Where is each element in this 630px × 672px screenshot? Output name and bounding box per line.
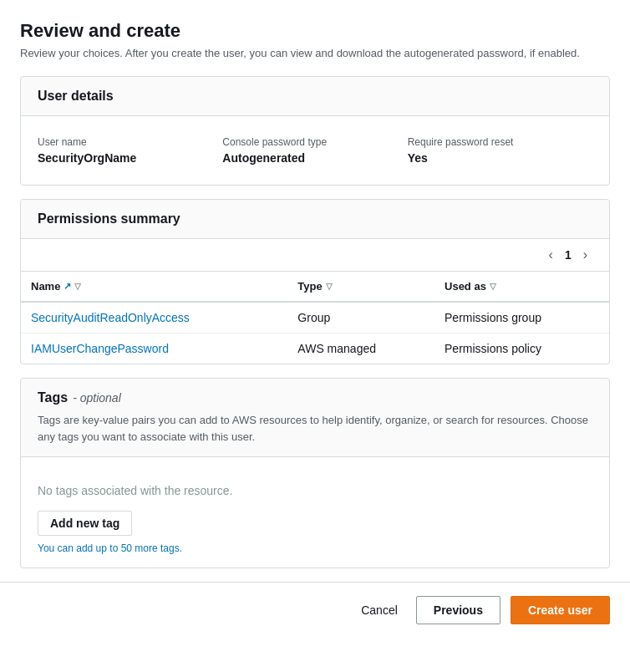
permissions-summary-card: Permissions summary ‹ 1 › Name ↗ ▽ <box>20 199 610 364</box>
permissions-pagination: ‹ 1 › <box>21 239 609 272</box>
col-used-as-label: Used as <box>445 280 486 293</box>
perm-name-link[interactable]: SecurityAuditReadOnlyAccess <box>31 311 190 324</box>
user-details-grid: User name SecurityOrgName Console passwo… <box>38 130 592 171</box>
pagination-prev-button[interactable]: ‹ <box>544 246 558 264</box>
user-details-title: User details <box>38 89 114 103</box>
user-details-card: User details User name SecurityOrgName C… <box>20 76 610 186</box>
tags-card: Tags - optional Tags are key-value pairs… <box>20 378 610 568</box>
username-value: SecurityOrgName <box>38 151 212 165</box>
type-sort-icon[interactable]: ▽ <box>326 282 333 291</box>
permissions-summary-header: Permissions summary <box>21 200 609 239</box>
detail-cell-username: User name SecurityOrgName <box>38 130 222 171</box>
pagination-next-button[interactable]: › <box>578 246 592 264</box>
user-details-body: User name SecurityOrgName Console passwo… <box>21 116 609 185</box>
tags-header-row: Tags - optional <box>38 390 592 405</box>
table-row: SecurityAuditReadOnlyAccess Group Permis… <box>21 302 609 333</box>
detail-cell-password-reset: Require password reset Yes <box>408 130 592 171</box>
col-type-label: Type <box>297 280 322 293</box>
col-name-header: Name ↗ ▽ <box>21 272 287 302</box>
perm-type-cell: AWS managed <box>287 333 434 364</box>
col-name-label: Name <box>31 280 60 293</box>
tags-title: Tags <box>38 390 68 405</box>
table-row: IAMUserChangePassword AWS managed Permis… <box>21 333 609 364</box>
password-reset-label: Require password reset <box>408 136 582 148</box>
used-as-sort-icon[interactable]: ▽ <box>490 282 496 291</box>
col-used-as-header: Used as ▽ <box>434 272 609 302</box>
page-footer: Cancel Previous Create user <box>0 582 630 638</box>
permissions-summary-title: Permissions summary <box>38 211 180 226</box>
perm-used-as-cell: Permissions group <box>434 302 609 333</box>
tags-limit-text: You can add up to 50 more tags. <box>38 542 592 554</box>
page-subtitle: Review your choices. After you create th… <box>20 47 610 59</box>
previous-button[interactable]: Previous <box>416 596 500 624</box>
tags-description: Tags are key-value pairs you can add to … <box>38 412 592 445</box>
password-type-value: Autogenerated <box>222 151 397 165</box>
external-link-icon: ↗ <box>64 281 71 292</box>
user-details-header: User details <box>21 77 609 116</box>
tags-optional-label: - optional <box>73 391 121 405</box>
add-new-tag-button[interactable]: Add new tag <box>38 511 132 536</box>
perm-used-as-cell: Permissions policy <box>434 333 609 364</box>
col-type-header: Type ▽ <box>287 272 434 302</box>
create-user-button[interactable]: Create user <box>511 596 610 624</box>
perm-type-cell: Group <box>287 302 434 333</box>
detail-cell-password-type: Console password type Autogenerated <box>222 130 407 171</box>
cancel-button[interactable]: Cancel <box>353 598 406 622</box>
no-tags-text: No tags associated with the resource. <box>38 484 592 497</box>
name-sort-icon[interactable]: ▽ <box>74 282 81 291</box>
perm-name-cell: SecurityAuditReadOnlyAccess <box>21 302 287 333</box>
password-type-label: Console password type <box>222 136 397 148</box>
perm-name-cell: IAMUserChangePassword <box>21 333 287 364</box>
password-reset-value: Yes <box>408 151 582 165</box>
tags-body: No tags associated with the resource. Ad… <box>21 457 609 568</box>
perm-name-link[interactable]: IAMUserChangePassword <box>31 342 169 355</box>
permissions-table-wrapper: Name ↗ ▽ Type ▽ <box>21 272 609 364</box>
tags-header: Tags - optional Tags are key-value pairs… <box>21 379 609 457</box>
permissions-table-header-row: Name ↗ ▽ Type ▽ <box>21 272 609 302</box>
page-title: Review and create <box>20 20 610 42</box>
pagination-current: 1 <box>565 248 572 262</box>
username-label: User name <box>38 136 212 148</box>
permissions-table: Name ↗ ▽ Type ▽ <box>21 272 609 364</box>
